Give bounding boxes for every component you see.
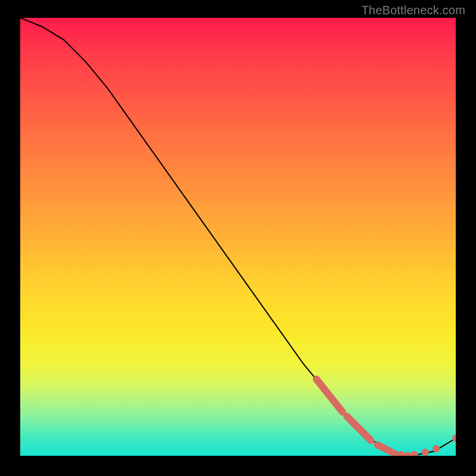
- chart-svg: [20, 18, 456, 456]
- main-curve: [20, 18, 456, 456]
- chart-container: TheBottleneck.com: [0, 0, 476, 476]
- watermark-text: TheBottleneck.com: [361, 4, 465, 17]
- svg-point-5: [404, 452, 411, 456]
- svg-line-2: [377, 445, 390, 452]
- svg-point-8: [433, 445, 440, 452]
- svg-point-7: [422, 449, 429, 456]
- svg-line-1: [347, 416, 371, 440]
- highlight-points: [392, 435, 456, 456]
- svg-point-6: [411, 451, 418, 456]
- plot-area: [20, 18, 456, 456]
- highlight-segments: [317, 379, 390, 451]
- svg-point-4: [398, 451, 405, 456]
- svg-line-0: [317, 379, 343, 412]
